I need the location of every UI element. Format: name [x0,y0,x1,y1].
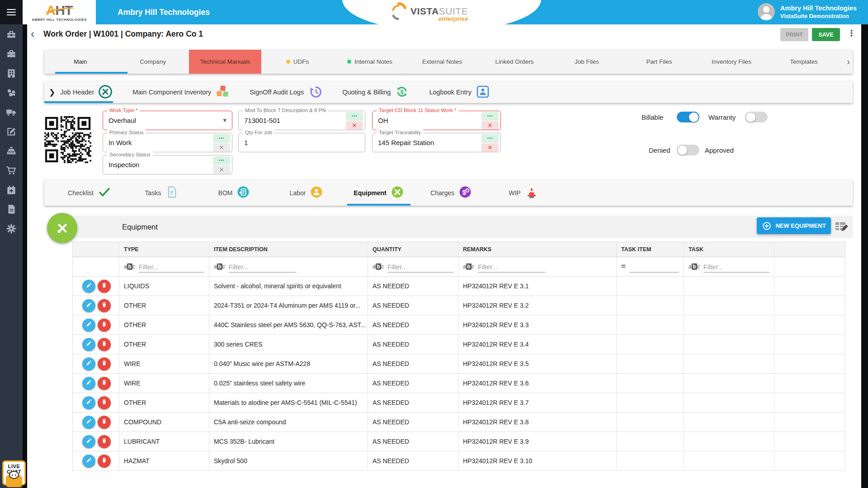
tab-external-notes[interactable]: External Notes [406,50,478,74]
type-filter-input[interactable]: Filter... [139,261,204,272]
more-menu-button[interactable]: ⋮ [847,28,856,38]
secondary-status-field[interactable]: Secondary Status Inspection ••• ✕ [103,155,232,174]
primary-status-field[interactable]: Primary Status In Work ••• ✕ [103,133,232,152]
mod-to-block-more-button[interactable]: ••• [346,112,363,121]
column-header-quantity[interactable]: QUANTITY [368,242,458,257]
edit-row-button[interactable] [82,338,95,351]
delete-row-button[interactable] [98,299,111,312]
sidebar-item-toolbox[interactable] [5,29,18,42]
dropdown-caret-icon[interactable]: ▾ [223,116,226,124]
menu-button[interactable] [0,0,23,24]
tab-technical-manuals[interactable]: Technical Manuals [189,50,261,74]
edit-row-button[interactable] [82,396,95,409]
tab-udfs[interactable]: UDFs [261,50,334,74]
nav-item-job-header[interactable]: ❯Job Header [49,84,113,100]
task-item-filter-input[interactable] [629,261,679,272]
tab-internal-notes[interactable]: Internal Notes [334,50,406,74]
sidebar-item-briefcase[interactable] [5,48,18,61]
tab-job-files[interactable]: Job Files [551,50,623,74]
delete-row-button[interactable] [98,396,111,409]
edit-row-button[interactable] [82,377,95,390]
abc-filter-icon[interactable]: abc [214,263,225,270]
delete-row-button[interactable] [98,338,111,351]
column-header-task[interactable]: TASK [684,242,774,257]
sidebar-item-calendar[interactable] [5,184,18,197]
item-description-filter-input[interactable]: Filter... [229,261,297,272]
tab-overflow-chevron-icon[interactable]: › [847,50,850,74]
column-header-task-item[interactable]: TASK ITEM [617,242,684,257]
edit-row-button[interactable] [82,357,95,371]
sidebar-item-building[interactable] [5,68,18,80]
equals-filter-icon[interactable]: = [621,262,626,271]
delete-row-button[interactable] [98,280,111,293]
billable-toggle[interactable] [677,112,699,122]
warranty-toggle[interactable] [745,112,768,122]
delete-row-button[interactable] [98,435,111,448]
abc-filter-icon[interactable]: abc [689,263,700,270]
grid-edit-icon[interactable] [835,220,850,233]
nav-item-main-component-inventory[interactable]: Main Component Inventory [132,84,230,100]
primary-status-clear-button[interactable]: ✕ [213,143,230,152]
subtab-checklist[interactable]: Checklist [53,180,126,206]
subtab-charges[interactable]: Charges$ [415,180,487,206]
qty-for-job-field[interactable]: Qty For Job 1 [238,133,365,152]
target-cd-field[interactable]: Target CD Block 11 Status Work * OH ••• … [372,111,501,130]
nav-item-quoting-billing[interactable]: Quoting & Billing$ [342,84,409,100]
edit-row-button[interactable] [82,435,95,448]
column-header-item-description[interactable]: ITEM DESCRIPTION [209,242,368,257]
live-chat-widget[interactable]: LIVECHAT [2,460,26,485]
column-header-type[interactable]: TYPE [119,242,209,257]
abc-filter-icon[interactable]: abc [124,263,135,270]
edit-row-button[interactable] [82,455,95,468]
tab-main[interactable]: Main [44,50,117,74]
sidebar-item-parts[interactable] [5,87,18,100]
edit-row-button[interactable] [82,319,95,332]
abc-filter-icon[interactable]: abc [373,263,384,270]
subtab-bom[interactable]: BOM [198,180,270,206]
user-menu[interactable]: Ambry Hill Technologies VistaSuite Demon… [758,3,857,20]
tab-part-files[interactable]: Part Files [623,50,695,74]
sidebar-item-cart[interactable] [5,165,18,178]
work-type-field[interactable]: Work Type * Overhaul ▾ [103,111,232,130]
target-traceability-more-button[interactable]: ••• [481,134,499,143]
abc-filter-icon[interactable]: abc [463,263,474,270]
save-button[interactable]: SAVE [812,28,840,41]
target-traceability-field[interactable]: Target Traceability 145 Repair Station •… [372,133,501,152]
tab-company[interactable]: Company [117,50,189,74]
print-button[interactable]: PRINT [780,28,808,41]
task-filter-input[interactable]: Filter... [703,261,769,272]
mod-to-block-field[interactable]: Mod To Block 7 Description & 8 PN 713001… [238,111,365,130]
mod-to-block-clear-button[interactable]: ✕ [346,121,363,130]
target-traceability-clear-button[interactable]: ✕ [481,143,499,152]
back-button[interactable]: ‹ [31,28,34,40]
secondary-status-more-button[interactable]: ••• [213,156,230,165]
sidebar-item-truck[interactable] [5,107,18,119]
sidebar-item-settings[interactable] [5,223,18,236]
subtab-tasks[interactable]: Tasks [126,180,198,206]
nav-item-signoff-audit-logs[interactable]: SignOff Audit Logs [250,84,322,100]
column-header-remarks[interactable]: REMARKS [458,242,617,257]
edit-row-button[interactable] [82,299,95,312]
new-equipment-button[interactable]: NEW EQUIPMENT [757,217,831,234]
subtab-wip[interactable]: WIP [487,180,560,206]
tab-linked-orders[interactable]: Linked Orders [478,50,551,74]
subtab-labor[interactable]: Labor [270,180,343,206]
delete-row-button[interactable] [98,455,111,468]
quantity-filter-input[interactable]: Filter... [387,261,453,272]
delete-row-button[interactable] [98,377,111,390]
primary-status-more-button[interactable]: ••• [213,134,230,143]
tab-templates[interactable]: Templates [768,50,840,74]
delete-row-button[interactable] [98,416,111,429]
target-cd-clear-button[interactable]: ✕ [481,121,499,130]
secondary-status-clear-button[interactable]: ✕ [213,165,230,174]
edit-row-button[interactable] [82,280,95,293]
delete-row-button[interactable] [98,357,111,371]
remarks-filter-input[interactable]: Filter... [478,261,546,272]
target-cd-more-button[interactable]: ••• [481,112,499,121]
sidebar-item-edit[interactable] [5,126,18,139]
sidebar-item-document[interactable] [5,204,18,216]
delete-row-button[interactable] [98,319,111,332]
denied-approved-toggle[interactable] [677,145,699,155]
nav-item-logbook-entry[interactable]: Logbook Entry [429,84,490,100]
tab-inventory-files[interactable]: Inventory Files [695,50,768,74]
